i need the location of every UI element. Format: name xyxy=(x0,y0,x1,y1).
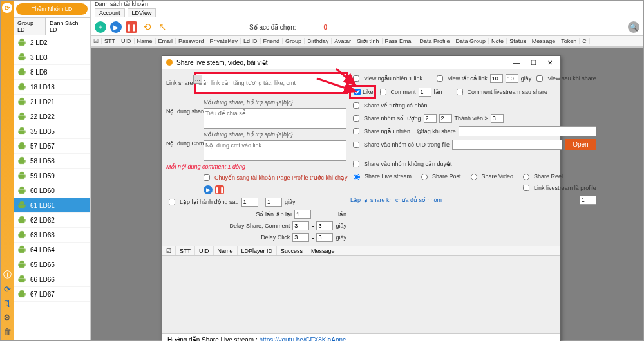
col-Data Profile[interactable]: Data Profile xyxy=(417,38,453,44)
delay-click-from[interactable] xyxy=(292,233,309,242)
dlg-col-STT[interactable]: STT xyxy=(176,246,195,255)
col-Token[interactable]: Token xyxy=(558,38,580,44)
radio-reel[interactable] xyxy=(523,174,529,180)
ld-item-LD61[interactable]: 61 LD61 xyxy=(14,198,90,213)
col-C[interactable]: C xyxy=(580,38,590,44)
ld-item-LD65[interactable]: 65 LD65 xyxy=(14,257,90,272)
radio-post[interactable] xyxy=(421,174,428,180)
radio-live[interactable] xyxy=(354,174,360,180)
dlg-col-Success[interactable]: Success xyxy=(277,246,307,255)
dlg-play-button[interactable]: ▶ xyxy=(204,185,213,194)
dlg-col-☑[interactable]: ☑ xyxy=(162,246,176,255)
minimize-button[interactable]: — xyxy=(510,58,523,67)
uid-file-input[interactable] xyxy=(452,140,562,150)
tag-share-input[interactable] xyxy=(459,126,596,136)
col-Avatar[interactable]: Avatar xyxy=(332,38,354,44)
delay-click-to[interactable] xyxy=(316,233,333,242)
delay-share-to[interactable] xyxy=(316,221,333,230)
ld-item-LD66[interactable]: 66 LD66 xyxy=(14,272,90,287)
search-button[interactable]: 🔍 xyxy=(628,21,639,33)
ld-item-LD3[interactable]: 3 LD3 xyxy=(14,50,90,65)
ld-item-LD8[interactable]: 8 LD8 xyxy=(14,65,90,80)
col-Email[interactable]: Email xyxy=(156,38,176,44)
sharewall-checkbox[interactable] xyxy=(353,102,359,109)
dlg-col-Message[interactable]: Message xyxy=(307,246,339,255)
linkshare-more-button[interactable]: … xyxy=(193,75,202,84)
tab-account[interactable]: Account xyxy=(95,8,125,17)
updown-icon[interactable]: ⇅ xyxy=(2,298,12,308)
share-nomod-checkbox[interactable] xyxy=(353,161,359,167)
col-UID[interactable]: UID xyxy=(118,38,135,44)
add-button[interactable]: ＋ xyxy=(95,21,106,33)
col-Friend[interactable]: Friend xyxy=(261,38,283,44)
lap-input[interactable] xyxy=(294,210,311,219)
ld-item-LD21[interactable]: 21 LD21 xyxy=(14,95,90,109)
col-Ld ID[interactable]: Ld ID xyxy=(241,38,261,44)
ld-item-LD58[interactable]: 58 LD58 xyxy=(14,154,90,169)
col-Giới tính[interactable]: Giới tính xyxy=(354,38,383,44)
repeat-from[interactable] xyxy=(242,198,258,207)
dlg-col-Name[interactable]: Name xyxy=(214,246,238,255)
col-Password[interactable]: Password xyxy=(176,38,207,44)
delay-share-from[interactable] xyxy=(292,221,309,230)
tab-ldview[interactable]: LDView xyxy=(128,8,156,17)
sharegrp-checkbox[interactable] xyxy=(353,115,359,122)
ld-item-LD64[interactable]: 64 LD64 xyxy=(14,243,90,257)
add-group-button[interactable]: Thêm Nhóm LD xyxy=(16,3,88,15)
trash-icon[interactable]: 🗑 xyxy=(2,326,12,336)
dlg-col-LDPlayer ID[interactable]: LDPlayer ID xyxy=(238,246,278,255)
col-Group[interactable]: Group xyxy=(283,38,305,44)
close-button[interactable]: ✕ xyxy=(544,58,556,67)
ld-item-LD62[interactable]: 62 LD62 xyxy=(14,213,90,228)
ld-item-LD57[interactable]: 57 LD57 xyxy=(14,139,90,154)
flip-icon[interactable]: ⟲ xyxy=(141,21,153,33)
comment-checkbox[interactable] xyxy=(380,89,386,95)
info-icon[interactable]: ⓘ xyxy=(2,270,12,280)
footer-link[interactable]: https://youtu.be/GFX8KlaApnc xyxy=(260,336,346,341)
cursor-icon[interactable]: ↖ xyxy=(156,21,168,33)
col-Note[interactable]: Note xyxy=(489,38,507,44)
tab-group-ld[interactable]: Group LD xyxy=(14,17,46,35)
refresh-icon[interactable]: ⟳ xyxy=(2,284,12,294)
ld-item-LD67[interactable]: 67 LD67 xyxy=(14,287,90,302)
viewall-checkbox[interactable] xyxy=(437,75,443,82)
like-checkbox[interactable] xyxy=(354,89,361,95)
retry-input[interactable] xyxy=(580,196,596,205)
radio-video[interactable] xyxy=(471,174,477,180)
dlg-pause-button[interactable]: ❚❚ xyxy=(215,185,224,194)
view-after-checkbox[interactable] xyxy=(536,75,543,82)
ld-item-LD18[interactable]: 18 LD18 xyxy=(14,80,90,95)
col-Status[interactable]: Status xyxy=(507,38,529,44)
col-Data Group[interactable]: Data Group xyxy=(453,38,489,44)
cmt-after-checkbox[interactable] xyxy=(457,89,463,95)
play-button[interactable]: ▶ xyxy=(110,21,122,33)
col-☑[interactable]: ☑ xyxy=(91,38,102,44)
open-button[interactable]: Open xyxy=(565,139,596,150)
ld-item-LD59[interactable]: 59 LD59 xyxy=(14,169,90,183)
tab-list-ld[interactable]: Danh Sách LD xyxy=(46,17,90,35)
maximize-button[interactable]: ☐ xyxy=(527,58,540,67)
ndshare-input[interactable] xyxy=(204,108,346,129)
profile-checkbox[interactable] xyxy=(204,174,210,181)
repeat-to[interactable] xyxy=(265,198,282,207)
ld-item-LD2[interactable]: 2 LD2 xyxy=(14,35,90,50)
col-STT[interactable]: STT xyxy=(102,38,118,44)
col-Message[interactable]: Message xyxy=(529,38,559,44)
ld-item-LD22[interactable]: 22 LD22 xyxy=(14,109,90,124)
col-PrivateKey[interactable]: PrivateKey xyxy=(207,38,242,44)
col-Birthday[interactable]: Birthday xyxy=(305,38,332,44)
pause-button[interactable]: ❚❚ xyxy=(126,21,137,33)
col-Name[interactable]: Name xyxy=(135,38,156,44)
sharerand-checkbox[interactable] xyxy=(353,128,359,134)
ndcmt-input[interactable] xyxy=(204,140,346,161)
shareuid-checkbox[interactable] xyxy=(353,142,359,148)
col-Pass Email[interactable]: Pass Email xyxy=(383,38,417,44)
ld-item-LD60[interactable]: 60 LD60 xyxy=(14,183,90,198)
linklive-checkbox[interactable] xyxy=(523,185,529,191)
ld-item-LD35[interactable]: 35 LD35 xyxy=(14,124,90,139)
ld-item-LD63[interactable]: 63 LD63 xyxy=(14,228,90,243)
dlg-col-UID[interactable]: UID xyxy=(195,246,214,255)
repeat-checkbox[interactable] xyxy=(169,199,175,205)
viewmany-checkbox[interactable] xyxy=(353,75,359,82)
gear-icon[interactable]: ⚙ xyxy=(2,312,12,322)
